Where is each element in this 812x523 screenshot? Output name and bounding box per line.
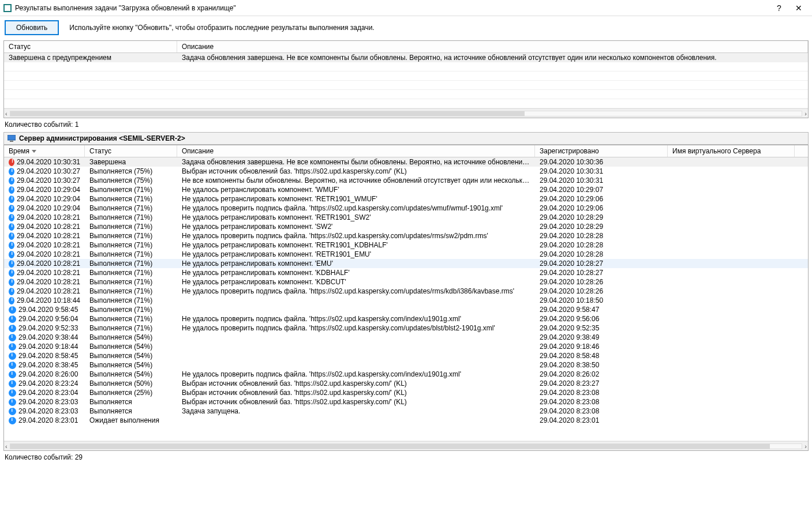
info-icon	[9, 214, 14, 221]
close-button[interactable]: ✕	[789, 2, 809, 14]
table-row[interactable]: 29.04.2020 10:18:44Выполняется (71%)29.0…	[4, 296, 808, 305]
scroll-track[interactable]	[10, 111, 803, 116]
cell-vserver	[668, 355, 795, 356]
app-icon	[3, 4, 12, 12]
monitor-icon	[8, 135, 16, 142]
refresh-button[interactable]: Обновить	[5, 20, 59, 35]
cell-registered: 29.04.2020 10:28:27	[535, 259, 668, 268]
table-row[interactable]: 29.04.2020 8:23:01Ожидает выполнения29.0…	[4, 416, 808, 425]
cell-vserver	[668, 300, 795, 301]
cell-status: Выполняется (54%)	[85, 333, 177, 342]
cell-registered: 29.04.2020 10:28:28	[535, 250, 668, 259]
cell-vserver	[668, 244, 795, 246]
cell-registered: 29.04.2020 10:28:26	[535, 277, 668, 287]
table-row[interactable]: 29.04.2020 10:29:04Выполняется (71%)Не у…	[4, 204, 808, 213]
info-icon	[9, 325, 16, 332]
scroll-right-icon[interactable]: ›	[804, 443, 807, 450]
info-icon	[9, 168, 14, 175]
col-vserver[interactable]: Имя виртуального Сервера	[668, 145, 795, 157]
col-status[interactable]: Статус	[4, 41, 177, 52]
table-row[interactable]: 29.04.2020 8:23:24Выполняется (50%)Выбра…	[4, 379, 808, 388]
cell-vserver	[668, 263, 795, 264]
info-icon	[9, 279, 14, 286]
help-button[interactable]: ?	[769, 2, 789, 14]
table-row[interactable]: 29.04.2020 10:30:27Выполняется (75%)Не в…	[4, 176, 808, 185]
cell-descr: Не все компоненты были обновлены. Вероят…	[177, 176, 535, 185]
table-row[interactable]: 29.04.2020 10:28:21Выполняется (71%)Не у…	[4, 287, 808, 296]
info-icon	[9, 389, 16, 397]
table-row[interactable]: 29.04.2020 10:28:21Выполняется (71%)Не у…	[4, 277, 808, 287]
table-row[interactable]: 29.04.2020 9:18:44Выполняется (54%)29.04…	[4, 342, 808, 351]
col-status2[interactable]: Статус	[85, 145, 177, 157]
table-row[interactable]: 29.04.2020 10:28:21Выполняется (71%)Не у…	[4, 231, 808, 240]
cell-vserver	[668, 171, 795, 172]
cell-time: 29.04.2020 10:28:21	[4, 287, 85, 296]
empty-row	[4, 81, 808, 90]
cell-time: 29.04.2020 10:28:21	[4, 213, 85, 222]
summary-hscroll[interactable]: ‹ ›	[4, 108, 808, 118]
cell-descr: Выбран источник обновлений баз. 'https:/…	[177, 397, 535, 407]
table-row[interactable]: 29.04.2020 9:38:44Выполняется (54%)29.04…	[4, 333, 808, 342]
col-description2[interactable]: Описание	[177, 145, 535, 157]
scroll-thumb[interactable]	[10, 444, 770, 449]
table-row[interactable]: 29.04.2020 8:23:03ВыполняетсяЗадача запу…	[4, 407, 808, 416]
cell-time: 29.04.2020 10:28:21	[4, 240, 85, 250]
info-icon	[9, 260, 14, 268]
table-row[interactable]: 29.04.2020 9:56:04Выполняется (71%)Не уд…	[4, 314, 808, 323]
scroll-left-icon[interactable]: ‹	[5, 110, 8, 117]
table-row[interactable]: 29.04.2020 8:38:45Выполняется (54%)29.04…	[4, 360, 808, 370]
cell-registered: 29.04.2020 8:23:27	[535, 379, 668, 388]
cell-descr	[177, 346, 535, 347]
info-icon	[9, 371, 16, 378]
table-row[interactable]: 29.04.2020 10:28:21Выполняется (71%)Не у…	[4, 222, 808, 231]
info-icon	[9, 288, 14, 295]
table-row[interactable]: 29.04.2020 9:52:33Выполняется (71%)Не уд…	[4, 323, 808, 333]
scroll-right-icon[interactable]: ›	[804, 110, 807, 117]
info-icon	[9, 223, 14, 231]
table-row[interactable]: 29.04.2020 8:58:45Выполняется (54%)29.04…	[4, 351, 808, 360]
cell-registered: 29.04.2020 10:28:26	[535, 287, 668, 296]
cell-status: Ожидает выполнения	[85, 416, 177, 425]
scroll-thumb[interactable]	[10, 111, 525, 116]
table-row[interactable]: 29.04.2020 9:58:45Выполняется (71%)29.04…	[4, 305, 808, 314]
cell-registered: 29.04.2020 10:29:07	[535, 185, 668, 194]
table-row[interactable]: 29.04.2020 10:28:21Выполняется (71%)Не у…	[4, 259, 808, 268]
table-row[interactable]: 29.04.2020 10:30:27Выполняется (75%)Выбр…	[4, 167, 808, 176]
table-row[interactable]: 29.04.2020 8:23:03ВыполняетсяВыбран исто…	[4, 397, 808, 407]
server-section-header[interactable]: Сервер администрирования <SEMIL-SERVER-2…	[3, 132, 809, 145]
cell-registered: 29.04.2020 10:28:28	[535, 231, 668, 240]
col-time[interactable]: Время	[4, 145, 85, 157]
cell-descr: Не удалось проверить подпись файла. 'htt…	[177, 287, 535, 296]
toolbar-tip: Используйте кнопку "Обновить", чтобы ото…	[69, 24, 374, 32]
table-row[interactable]: 29.04.2020 10:29:04Выполняется (71%)Не у…	[4, 185, 808, 194]
cell-vserver	[668, 198, 795, 200]
cell-status: Выполняется (71%)	[85, 213, 177, 222]
table-row[interactable]: 29.04.2020 10:28:21Выполняется (71%)Не у…	[4, 240, 808, 250]
cell-vserver	[668, 217, 795, 218]
sort-desc-icon	[32, 150, 36, 153]
cell-descr: Выбран источник обновлений баз. 'https:/…	[177, 388, 535, 397]
table-row[interactable]: 29.04.2020 8:26:00Выполняется (54%)Не уд…	[4, 370, 808, 379]
cell-time: 29.04.2020 10:28:21	[4, 231, 85, 240]
events-hscroll[interactable]: ‹ ›	[4, 441, 808, 450]
col-description[interactable]: Описание	[177, 41, 808, 52]
cell-registered: 29.04.2020 8:23:08	[535, 407, 668, 416]
table-row[interactable]: 29.04.2020 10:28:21Выполняется (71%)Не у…	[4, 268, 808, 277]
table-row[interactable]: 29.04.2020 8:23:04Выполняется (25%)Выбра…	[4, 388, 808, 397]
cell-vserver	[668, 318, 795, 319]
table-row[interactable]: 29.04.2020 10:28:21Выполняется (71%)Не у…	[4, 250, 808, 259]
table-row[interactable]: Завершена с предупреждениемЗадача обновл…	[4, 53, 808, 62]
table-row[interactable]: 29.04.2020 10:29:04Выполняется (71%)Не у…	[4, 194, 808, 204]
cell-vserver	[668, 281, 795, 283]
cell-time: 29.04.2020 9:56:04	[4, 314, 85, 323]
table-row[interactable]: 29.04.2020 10:28:21Выполняется (71%)Не у…	[4, 213, 808, 222]
info-icon	[9, 362, 16, 369]
cell-registered: 29.04.2020 10:28:29	[535, 213, 668, 222]
col-registered[interactable]: Зарегистрировано	[535, 145, 668, 157]
info-icon	[9, 195, 14, 203]
cell-time: 29.04.2020 9:58:45	[4, 305, 85, 314]
scroll-track[interactable]	[10, 443, 803, 449]
table-row[interactable]: 29.04.2020 10:30:31ЗавершенаЗадача обнов…	[4, 157, 808, 167]
cell-time: 29.04.2020 10:29:04	[4, 185, 85, 194]
scroll-left-icon[interactable]: ‹	[5, 443, 8, 450]
